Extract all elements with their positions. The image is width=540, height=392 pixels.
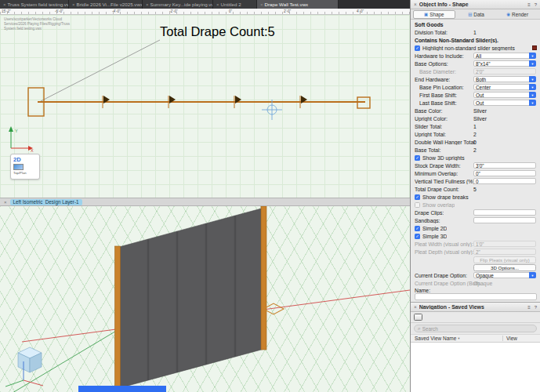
chevron-down-icon: ▾ (529, 100, 536, 107)
minimum-overlap-input[interactable]: 0" (473, 170, 536, 177)
object-info-tabs: ▣ Shape ▤ Data ◉ Render (411, 9, 540, 20)
column-saved-view-name[interactable]: Saved View Name ▾ (411, 336, 502, 341)
orientation-cube[interactable] (18, 347, 42, 372)
saved-views-search[interactable]: ⌕ (414, 325, 537, 332)
close-view-icon[interactable]: × (4, 200, 7, 205)
tab-close-icon[interactable]: × (260, 2, 263, 7)
checkbox-label: Simple 3D (422, 234, 447, 239)
row-show-drape-breaks: ✓ Show drape breaks (411, 193, 540, 201)
base-pin-location-select[interactable]: Center ▾ (473, 84, 536, 91)
iso-view-title[interactable]: Left Isometric Design Layer-1 (10, 199, 82, 205)
hardware-include-select[interactable]: All ▾ (473, 53, 536, 60)
help-icon[interactable]: ? (535, 305, 537, 310)
object-info-body: Soft Goods Division Total: 1 Contains No… (411, 20, 540, 302)
last-base-shift-select[interactable]: Out ▾ (473, 100, 536, 107)
tab-document-2[interactable]: × Bridle 2026 Vi...File v2025.vwx (69, 0, 143, 9)
row-end-hardware: End Hardware: Both ▾ (411, 75, 540, 83)
field-label: Last Base Shift: (419, 100, 457, 106)
navigation-palette: × Navigation - Saved Views ≡ ? ⌕ Saved V… (411, 302, 540, 392)
plan-view-canvas[interactable]: 15'-2" -6'-0" -4'-0" -2'-0" 0" 2'-0" 4'-… (0, 9, 410, 198)
field-value: 1 (473, 30, 477, 35)
field-label: Hardware to Include: (415, 53, 464, 59)
right-upright-3d[interactable] (261, 206, 266, 350)
current-drape-option-select[interactable]: Opaque ▾ (473, 272, 536, 279)
row-first-base-shift: First Base Shift: Out ▾ (411, 91, 540, 99)
slider-highlight-color-swatch[interactable] (532, 45, 537, 50)
file-path-reference: Users/scottparker/Vectorworks Cloud Serv… (4, 17, 70, 31)
row-pleat-width: Pleat Width (visual only): 1'0" (411, 240, 540, 248)
drape-count-annotation: Total Drape Count:5 (160, 24, 275, 39)
3d-options-button[interactable]: 3D Options... (473, 264, 536, 271)
view-mode-badge[interactable]: 2D Top/Plan (10, 154, 40, 180)
panel-menu-icon[interactable]: ≡ (527, 305, 531, 310)
tab-label: Drape Wall Test.vwx (265, 2, 309, 7)
tab-close-icon[interactable]: × (3, 2, 6, 7)
selected-value: Out (476, 100, 484, 106)
notice-nonstandard-slider: Contains Non-Standard Slider(s). (411, 36, 540, 44)
annotation-leader-line (41, 40, 160, 101)
close-icon[interactable]: × (414, 304, 417, 310)
checkbox-label: Show overlap (422, 202, 455, 208)
tab-render[interactable]: ◉ Render (497, 10, 538, 19)
add-saved-view-icon[interactable] (414, 314, 422, 321)
field-label: Stock Drape Width: (415, 163, 461, 169)
tab-document-3[interactable]: × Summary Key...ide playing.vwx (143, 0, 213, 9)
show-drape-breaks-checkbox[interactable]: ✓ (415, 194, 420, 200)
chevron-down-icon: ▾ (529, 92, 536, 99)
tab-close-icon[interactable]: × (146, 2, 149, 7)
field-label: First Base Shift: (419, 93, 457, 98)
highlight-nonstandard-checkbox[interactable]: ✓ (415, 45, 420, 51)
field-value: Silver (473, 116, 487, 122)
drape-clips-input[interactable] (473, 209, 536, 216)
tab-data[interactable]: ▤ Data (456, 10, 497, 19)
row-show-3d-uprights: ✓ Show 3D uprights (411, 154, 540, 162)
row-show-overlap: Show overlap (411, 201, 540, 209)
tab-close-icon[interactable]: × (72, 2, 75, 7)
ruler-label: 4'-0" (357, 9, 364, 13)
field-value: 0 (473, 140, 477, 145)
data-icon: ▤ (468, 12, 472, 16)
bottom-blue-bar (78, 386, 166, 392)
panel-menu-icon[interactable]: ≡ (527, 2, 531, 7)
view-mode-2d-label: 2D (13, 156, 21, 163)
ruler-corner-readout: 15'-2" (2, 9, 11, 13)
stock-drape-width-input[interactable]: 3'0" (473, 162, 536, 169)
tab-document-1[interactable]: × Truss System field testing.vwx (0, 0, 69, 9)
end-hardware-select[interactable]: Both ▾ (473, 76, 536, 83)
checkbox-label: Simple 2D (422, 226, 447, 231)
column-view[interactable]: View (502, 336, 540, 341)
close-icon[interactable]: × (414, 2, 417, 7)
drape-wall-3d[interactable] (119, 208, 264, 388)
sandbags-input[interactable] (473, 217, 536, 224)
tab-document-4[interactable]: × Untitled 2 (213, 0, 257, 9)
field-value: 3'0" (476, 163, 484, 169)
pleat-depth-field: 2" (473, 249, 536, 256)
tab-close-icon[interactable]: × (216, 2, 219, 7)
simple-3d-checkbox[interactable]: ✓ (415, 234, 420, 239)
tab-shape[interactable]: ▣ Shape (413, 10, 455, 19)
tab-document-active[interactable]: × Drape Wall Test.vwx (257, 0, 339, 9)
row-3d-options: 3D Options... (411, 263, 540, 271)
search-input[interactable] (422, 326, 533, 332)
ruler-label: 2'-0" (284, 9, 291, 13)
name-input[interactable] (415, 293, 537, 300)
field-label: Pleat Width (visual only): (415, 241, 473, 247)
first-base-shift-select[interactable]: Out ▾ (473, 92, 536, 99)
row-simple-2d: ✓ Simple 2D (411, 224, 540, 232)
vertical-tied-fullness-input[interactable]: 0 (473, 178, 536, 185)
base-options-select[interactable]: 8"x14" ▾ (473, 60, 536, 67)
left-upright-3d[interactable] (115, 246, 121, 389)
name-label: Name: (411, 287, 540, 293)
iso-view-canvas[interactable] (0, 206, 410, 392)
simple-2d-checkbox[interactable]: ✓ (415, 226, 420, 231)
field-value: 0" (476, 171, 480, 176)
help-icon[interactable]: ? (535, 2, 537, 7)
field-label: Current Drape Option: (415, 273, 467, 278)
show-overlap-checkbox (415, 202, 420, 208)
field-value: 2'0" (476, 69, 484, 74)
chevron-down-icon: ▾ (529, 76, 536, 83)
field-value: 2 (473, 147, 477, 153)
saved-views-list[interactable] (411, 343, 540, 392)
show-3d-uprights-checkbox[interactable]: ✓ (415, 155, 420, 161)
row-division-total: Division Total: 1 (411, 28, 540, 36)
